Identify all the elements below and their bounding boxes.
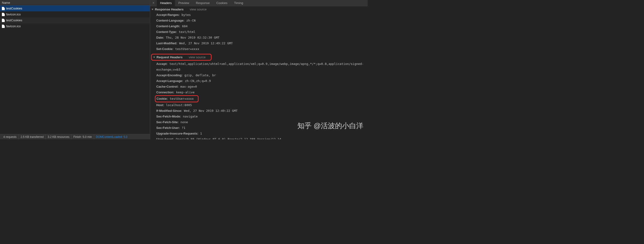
header-name: Content-Type: [156, 30, 177, 34]
request-name: favicon.ico [6, 13, 20, 16]
file-icon [2, 25, 5, 28]
header-name: Accept-Ranges: [156, 13, 180, 17]
header-row: User-Agent: Opera/9.80 (Windows NT 6.0) … [156, 137, 368, 139]
header-name: Content-Language: [156, 19, 184, 22]
file-icon [2, 7, 5, 10]
close-icon[interactable]: × [152, 1, 155, 5]
header-name: Sec-Fetch-Mode: [156, 115, 181, 118]
header-name: Content-Length: [156, 24, 180, 28]
request-name: favicon.ico [6, 24, 20, 28]
header-value: Wed, 27 Nov 2019 12:49:22 GMT [182, 109, 238, 112]
header-row: Host: localhost:8005 [156, 102, 368, 108]
header-value: none [179, 120, 188, 124]
header-row: Cookie: testUser=xxxx [156, 95, 368, 102]
status-requests: 4 requests [2, 134, 19, 139]
header-name: Cache-Control: [156, 85, 178, 88]
header-value: Thu, 28 Nov 2019 02:32:30 GMT [164, 36, 220, 39]
status-domcontentloaded: DOMContentLoaded: 5.0 [94, 134, 129, 139]
header-row: Last-Modified: Wed, 27 Nov 2019 12:49:22… [156, 41, 368, 46]
status-transferred: 2.5 KB transferred [19, 134, 46, 139]
header-name: If-Modified-Since: [156, 109, 182, 112]
header-value: navigate [181, 115, 198, 118]
request-headers-section[interactable]: Request Headers view source [152, 55, 207, 59]
header-row: Content-Language: zh-CN [156, 18, 368, 24]
view-source-link[interactable]: view source [189, 55, 206, 59]
header-name: Set-Cookie: [156, 47, 173, 51]
file-icon [2, 13, 5, 16]
header-value: Wed, 27 Nov 2019 12:49:22 GMT [177, 41, 233, 45]
network-request-list-panel: Name testCookiesfavicon.icotestCookiesfa… [0, 0, 150, 139]
header-name: Accept-Encoding: [156, 73, 182, 77]
header-value: gzip, deflate, br [182, 73, 216, 77]
request-name: testCookies [6, 19, 22, 22]
request-details-panel: × HeadersPreviewResponseCookiesTiming Re… [150, 0, 368, 139]
request-list: testCookiesfavicon.icotestCookiesfavicon… [0, 6, 150, 134]
header-value: 1 [198, 132, 202, 135]
header-name: Host: [156, 103, 164, 107]
highlight-annotation: Cookie: testUser=xxxx [155, 95, 198, 102]
header-name: Last-Modified: [156, 41, 177, 45]
headers-tab-content: Response Headers view source Accept-Rang… [150, 6, 368, 139]
header-value: testUser=xxxx [173, 47, 199, 51]
request-name: testCookies [6, 7, 22, 10]
view-source-link[interactable]: view source [190, 8, 207, 11]
header-name: Sec-Fetch-Site: [156, 120, 179, 124]
header-row: Cache-Control: max-age=0 [156, 84, 368, 89]
header-row: Date: Thu, 28 Nov 2019 02:32:30 GMT [156, 35, 368, 41]
header-row: Connection: keep-alive [156, 89, 368, 95]
tab-headers[interactable]: Headers [157, 0, 175, 6]
request-row[interactable]: favicon.ico [0, 11, 150, 17]
header-value: 684 [180, 24, 188, 28]
header-row: If-Modified-Since: Wed, 27 Nov 2019 12:4… [156, 108, 368, 114]
header-row: Accept-Language: zh-CN,zh;q=0.9 [156, 78, 368, 84]
status-finish: Finish: 5.0 min [72, 134, 94, 139]
request-row[interactable]: testCookies [0, 17, 150, 23]
header-row: Accept: text/html,application/xhtml+xml,… [156, 61, 368, 72]
header-row: Upgrade-Insecure-Requests: 1 [156, 131, 368, 137]
header-row: Sec-Fetch-Mode: navigate [156, 114, 368, 119]
response-headers-section[interactable]: Response Headers view source [150, 7, 368, 12]
header-name: Cookie: [156, 97, 168, 100]
request-row[interactable]: testCookies [0, 6, 150, 11]
tab-cookies[interactable]: Cookies [213, 0, 231, 6]
header-row: Accept-Ranges: bytes [156, 12, 368, 18]
header-name: Date: [156, 36, 164, 39]
tab-response[interactable]: Response [192, 0, 213, 6]
chevron-down-icon [153, 57, 155, 58]
header-value: keep-alive [174, 90, 194, 94]
tab-preview[interactable]: Preview [175, 0, 192, 6]
header-row: Sec-Fetch-Site: none [156, 119, 368, 125]
request-row[interactable]: favicon.ico [0, 23, 150, 29]
column-header-name[interactable]: Name [0, 0, 150, 6]
status-resources: 3.2 KB resources [46, 134, 72, 139]
header-value: zh-CN [184, 19, 196, 22]
header-name: Accept-Language: [156, 79, 183, 83]
header-value: bytes [180, 13, 191, 17]
details-tabs: × HeadersPreviewResponseCookiesTiming [150, 0, 368, 6]
status-bar: 4 requests 2.5 KB transferred 3.2 KB res… [0, 134, 150, 139]
header-value: localhost:8005 [164, 103, 192, 107]
header-name: Upgrade-Insecure-Requests: [156, 132, 198, 135]
response-headers-title: Response Headers [155, 8, 184, 11]
header-value: max-age=0 [178, 85, 197, 88]
header-value: text/html [177, 30, 195, 34]
header-value: Opera/9.80 (Windows NT 6.0) Presto/2.12.… [174, 137, 281, 139]
header-name: Accept: [156, 62, 168, 66]
header-row: Content-Length: 684 [156, 24, 368, 29]
header-value: text/html,application/xhtml+xml,applicat… [156, 62, 364, 71]
header-row: Set-Cookie: testUser=xxxx [156, 46, 368, 52]
file-icon [2, 19, 5, 22]
header-value: ?1 [180, 126, 185, 130]
header-row: Content-Type: text/html [156, 29, 368, 35]
header-name: Connection: [156, 90, 174, 94]
header-value: testUser=xxxx [168, 97, 194, 100]
chevron-down-icon [152, 9, 154, 10]
header-name: Sec-Fetch-User: [156, 126, 180, 130]
header-name: User-Agent: [156, 137, 174, 139]
request-headers-title: Request Headers [156, 55, 182, 59]
tab-timing[interactable]: Timing [231, 0, 246, 6]
header-row: Accept-Encoding: gzip, deflate, br [156, 72, 368, 78]
header-value: zh-CN,zh;q=0.9 [183, 79, 211, 83]
header-row: Sec-Fetch-User: ?1 [156, 125, 368, 131]
